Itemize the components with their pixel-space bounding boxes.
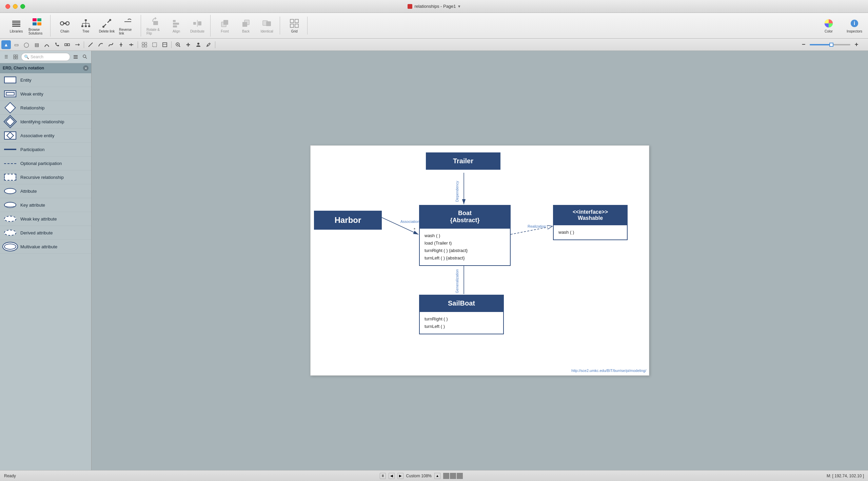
search-box[interactable]: 🔍 Search (21, 53, 70, 61)
ellipse-tool[interactable]: ◯ (22, 40, 31, 49)
sailboat-node[interactable]: SailBoat turnRight ( ) turnLeft ( ) (419, 295, 504, 334)
weak-entity-icon (3, 89, 17, 99)
svg-line-46 (88, 43, 93, 47)
reverse-link-button[interactable]: Reverse link (118, 15, 138, 37)
curve-tool[interactable] (96, 40, 105, 49)
sidebar-list-view[interactable] (72, 53, 80, 61)
vertical-line-tool[interactable] (116, 40, 126, 49)
svg-rect-4 (33, 18, 37, 21)
trailer-node[interactable]: Trailer (426, 152, 500, 170)
svg-point-71 (83, 55, 86, 58)
zoom-in-tool[interactable] (173, 40, 183, 49)
sidebar-item-recursive-relationship[interactable]: Recursive relationship (0, 170, 91, 184)
pan-tool[interactable] (183, 40, 193, 49)
browse-solutions-button[interactable]: Browse Solutions (27, 15, 47, 37)
spline-tool[interactable] (106, 40, 116, 49)
association-multiplicity: * (414, 227, 415, 232)
sidebar-item-entity[interactable]: Entity (0, 73, 91, 87)
zoom-slider-track[interactable] (810, 44, 850, 45)
rect-tool[interactable]: ▭ (12, 40, 21, 49)
svg-rect-68 (74, 55, 78, 56)
svg-rect-69 (74, 57, 78, 57)
table-tool[interactable]: ▤ (32, 40, 41, 49)
next-page-button[interactable]: ▶ (397, 473, 403, 479)
distribute-button[interactable]: Distribute (187, 17, 208, 35)
arc-tool[interactable] (42, 40, 52, 49)
sidebar-item-identifying-relationship[interactable]: Identifying relationship (0, 115, 91, 129)
washable-method-1: wash ( ) (558, 229, 622, 236)
sidebar-item-optional-participation[interactable]: Optional participation (0, 156, 91, 170)
distribute-icon (192, 18, 203, 29)
connector1-tool[interactable] (62, 40, 72, 49)
diagram-canvas[interactable]: Dependency Association * Realization Gen… (310, 145, 649, 376)
recursive-relationship-icon (3, 172, 17, 182)
view-full-button[interactable] (457, 473, 463, 479)
inspectors-button[interactable]: i Inspectors (844, 17, 865, 35)
zoom-up-button[interactable]: ▲ (434, 473, 440, 479)
chain-button[interactable]: Chain (55, 17, 75, 35)
identifying-relationship-label: Identifying relationship (20, 119, 64, 124)
pen-tool[interactable] (204, 40, 213, 49)
attribution-link[interactable]: http://sce2.umkc.edu/BIT/burrise/pi/mode… (571, 369, 646, 373)
sidebar-item-associative-entity[interactable]: Associative entity (0, 129, 91, 143)
front-button[interactable]: Front (215, 17, 235, 35)
reverse-link-icon (122, 16, 133, 27)
harbor-node[interactable]: Harbor (314, 211, 382, 230)
toolbar-right: Color i Inspectors (818, 17, 865, 35)
tool-separator-1 (84, 41, 84, 48)
sidebar-item-weak-key-attribute[interactable]: Weak key attribute (0, 212, 91, 226)
sidebar-item-attribute[interactable]: Attribute (0, 184, 91, 198)
svg-rect-44 (65, 44, 67, 46)
view-fit-button[interactable] (450, 473, 456, 479)
group-tool[interactable] (140, 40, 149, 49)
minimize-button[interactable] (13, 4, 18, 9)
horizontal-line-tool[interactable] (126, 40, 136, 49)
close-button[interactable] (5, 4, 10, 9)
tree-button[interactable]: Tree (76, 17, 96, 35)
browse-icon (32, 16, 43, 27)
maximize-button[interactable] (20, 4, 25, 9)
identical-button[interactable]: Identical (257, 17, 277, 35)
statusbar-center: ⏸ ◀ ▶ Custom 108% ▲ (380, 473, 463, 479)
traffic-lights (5, 4, 25, 9)
washable-node[interactable]: <<interface>> Washable wash ( ) (553, 205, 628, 240)
sidebar-search-button[interactable] (81, 53, 89, 61)
rotate-flip-button[interactable]: Rotate & Flip (145, 15, 165, 37)
entity-icon (3, 75, 17, 85)
line-tool[interactable] (86, 40, 95, 49)
zoom-controls: − + (799, 40, 861, 49)
sidebar-item-key-attribute[interactable]: Key attribute (0, 198, 91, 212)
sidebar-item-multivalue-attribute[interactable]: Multivalue attribute (0, 240, 91, 254)
svg-rect-38 (295, 19, 298, 23)
back-button[interactable]: Back (236, 17, 256, 35)
align-button[interactable]: Align (166, 17, 186, 35)
table2-tool[interactable] (160, 40, 170, 49)
zoom-slider-thumb[interactable] (829, 43, 833, 47)
sidebar-close-button[interactable]: ✕ (83, 65, 88, 71)
prev-page-button[interactable]: ◀ (389, 473, 395, 479)
libraries-button[interactable]: Libraries (6, 17, 26, 35)
ungroup-tool[interactable] (150, 40, 159, 49)
delete-link-button[interactable]: Delete link (97, 17, 117, 35)
svg-line-59 (179, 46, 180, 47)
user-tool[interactable] (194, 40, 203, 49)
sidebar-item-derived-attribute[interactable]: Derived attribute (0, 226, 91, 240)
view-normal-button[interactable] (443, 473, 449, 479)
svg-rect-1 (12, 22, 20, 23)
sidebar-menu-button[interactable]: ☰ (2, 53, 10, 61)
sidebar-item-participation[interactable]: Participation (0, 143, 91, 156)
sidebar-item-relationship[interactable]: Relationship (0, 101, 91, 115)
tool-separator-4 (215, 41, 215, 48)
zoom-in-button[interactable]: + (852, 40, 861, 49)
boat-node[interactable]: Boat {Abstract} wash ( ) load (Trailer t… (419, 205, 511, 266)
sidebar-item-weak-entity[interactable]: Weak entity (0, 87, 91, 101)
phone-tool[interactable] (52, 40, 62, 49)
pause-button[interactable]: ⏸ (380, 473, 386, 479)
grid-button[interactable]: Grid (284, 17, 304, 35)
zoom-out-button[interactable]: − (799, 40, 808, 49)
sidebar-grid-button[interactable] (12, 53, 20, 61)
color-button[interactable]: Color (818, 17, 839, 35)
select-tool[interactable]: ▲ (1, 40, 11, 49)
sailboat-method-1: turnRight ( ) (425, 315, 498, 323)
connector2-tool[interactable] (73, 40, 82, 49)
